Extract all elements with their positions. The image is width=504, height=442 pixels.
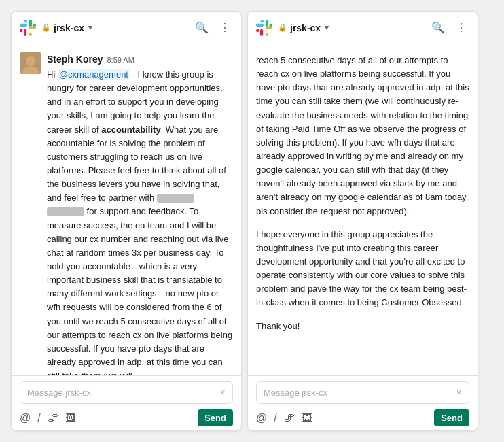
message-header: Steph Korey 8:59 AM [47, 52, 233, 67]
search-icon[interactable]: 🔍 [192, 18, 211, 37]
paragraph-3: Thank you! [256, 318, 469, 333]
message-row: Steph Korey 8:59 AM Hi @cxmanagement - I… [20, 52, 233, 375]
right-more-icon[interactable]: ⋮ [453, 18, 469, 37]
right-send-button[interactable]: Send [434, 409, 469, 426]
paragraph-2: I hope everyone in this group appreciate… [256, 226, 469, 310]
lock-icon-right: 🔒 [278, 23, 287, 32]
redacted-2 [47, 207, 84, 216]
right-input-placeholder: Message jrsk-cx [264, 388, 327, 398]
continuation-text: reach 5 consecutive days of all of our a… [256, 52, 469, 218]
right-at-icon[interactable]: @ [256, 412, 267, 424]
right-input-x-icon: ✕ [456, 388, 462, 397]
right-panel-body: reach 5 consecutive days of all of our a… [248, 44, 478, 375]
right-channel-name[interactable]: jrsk-cx [290, 22, 321, 33]
slack-logo [20, 20, 36, 36]
right-image-icon[interactable]: 🖼 [302, 412, 312, 424]
bold-text: accountability [101, 124, 160, 135]
right-channel-title: 🔒 jrsk-cx ▾ [278, 22, 429, 33]
left-toolbar: @ / 🖇 🖼 Send [20, 408, 233, 428]
left-send-button[interactable]: Send [198, 409, 233, 426]
left-input-area: Message jrsk-cx ✕ @ / 🖇 🖼 Send [12, 375, 241, 430]
lock-icon: 🔒 [41, 23, 51, 32]
left-header-actions: 🔍 ⋮ [192, 18, 233, 37]
slash-icon[interactable]: / [37, 412, 40, 424]
right-attachment-icon[interactable]: 🖇 [284, 412, 295, 424]
left-message-input[interactable]: Message jrsk-cx ✕ [20, 381, 233, 404]
right-panel: 🔒 jrsk-cx ▾ 🔍 ⋮ reach 5 consecutive days… [247, 11, 478, 431]
right-slash-icon[interactable]: / [274, 412, 276, 424]
input-x-icon: ✕ [219, 388, 226, 397]
right-search-icon[interactable]: 🔍 [429, 18, 448, 37]
channel-chevron-icon[interactable]: ▾ [88, 23, 92, 32]
left-channel-title: 🔒 jrsk-cx ▾ [41, 22, 192, 33]
left-panel: 🔒 jrsk-cx ▾ 🔍 ⋮ [11, 11, 242, 431]
message-content: Steph Korey 8:59 AM Hi @cxmanagement - I… [47, 52, 233, 375]
more-icon[interactable]: ⋮ [217, 18, 233, 37]
attachment-icon[interactable]: 🖇 [48, 412, 58, 424]
right-input-area: Message jrsk-cx ✕ @ / 🖇 🖼 Send [248, 375, 478, 430]
slack-logo-right [256, 20, 272, 36]
mention: @cxmanagement [58, 69, 130, 80]
right-header: 🔒 jrsk-cx ▾ 🔍 ⋮ [248, 12, 478, 44]
left-header: 🔒 jrsk-cx ▾ 🔍 ⋮ [12, 12, 241, 44]
right-toolbar: @ / 🖇 🖼 Send [256, 408, 469, 428]
at-icon[interactable]: @ [20, 412, 31, 424]
redacted-1 [157, 194, 194, 203]
app-container: 🔒 jrsk-cx ▾ 🔍 ⋮ [0, 0, 504, 442]
right-channel-chevron-icon[interactable]: ▾ [325, 23, 329, 32]
image-icon[interactable]: 🖼 [65, 412, 76, 424]
right-header-actions: 🔍 ⋮ [429, 18, 469, 37]
message-text: Hi @cxmanagement - I know this group is … [47, 68, 233, 375]
left-channel-name[interactable]: jrsk-cx [54, 22, 84, 33]
timestamp: 8:59 AM [107, 54, 134, 66]
sender-name: Steph Korey [47, 52, 103, 67]
left-input-placeholder: Message jrsk-cx [27, 388, 91, 398]
left-panel-body: Steph Korey 8:59 AM Hi @cxmanagement - I… [12, 44, 241, 375]
avatar [20, 52, 41, 74]
right-message-input[interactable]: Message jrsk-cx ✕ [256, 381, 469, 404]
svg-point-1 [26, 56, 35, 66]
